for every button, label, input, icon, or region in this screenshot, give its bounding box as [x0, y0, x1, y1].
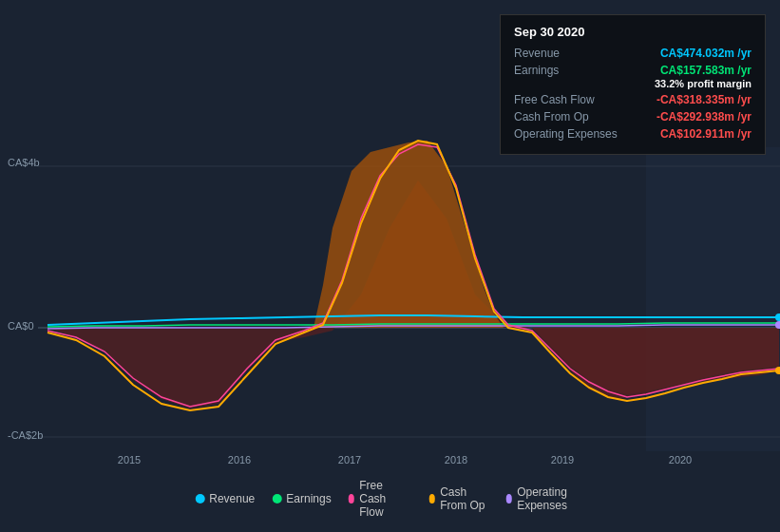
- tooltip-value-earnings: CA$157.583m /yr: [655, 64, 751, 77]
- tooltip-row-opex: Operating Expenses CA$102.911m /yr: [514, 127, 751, 141]
- x-label-2016: 2016: [228, 454, 251, 466]
- y-label-neg2b: -CA$2b: [8, 429, 43, 441]
- legend-label-cashop: Cash From Op: [440, 485, 488, 512]
- tooltip-title: Sep 30 2020: [514, 25, 751, 39]
- tooltip-row-cashop: Cash From Op -CA$292.938m /yr: [514, 110, 751, 124]
- tooltip-label-earnings: Earnings: [514, 64, 637, 77]
- legend-dot-revenue: [195, 494, 204, 504]
- legend-item-fcf[interactable]: Free Cash Flow: [349, 479, 412, 519]
- tooltip-label-opex: Operating Expenses: [514, 127, 637, 141]
- tooltip-label-fcf: Free Cash Flow: [514, 93, 637, 106]
- legend-label-fcf: Free Cash Flow: [359, 479, 411, 519]
- legend-label-revenue: Revenue: [209, 492, 255, 505]
- svg-rect-1: [646, 147, 780, 451]
- tooltip-value-cashop: -CA$292.938m /yr: [656, 110, 751, 124]
- legend-item-cashop[interactable]: Cash From Op: [429, 485, 489, 512]
- x-label-2020: 2020: [669, 454, 692, 466]
- legend-item-revenue[interactable]: Revenue: [195, 492, 255, 505]
- tooltip-value-opex: CA$102.911m /yr: [660, 127, 751, 141]
- legend-dot-fcf: [349, 494, 355, 504]
- tooltip-value-revenue: CA$474.032m /yr: [660, 47, 751, 60]
- tooltip-row-earnings: Earnings CA$157.583m /yr 33.2% profit ma…: [514, 64, 751, 89]
- x-label-2018: 2018: [445, 454, 467, 466]
- tooltip-row-fcf: Free Cash Flow -CA$318.335m /yr: [514, 93, 751, 106]
- legend-item-earnings[interactable]: Earnings: [272, 492, 331, 505]
- tooltip-value-fcf: -CA$318.335m /yr: [656, 93, 751, 106]
- y-label-0: CA$0: [8, 320, 34, 332]
- y-label-4b: CA$4b: [8, 157, 40, 168]
- legend-label-earnings: Earnings: [286, 492, 331, 505]
- tooltip-row-revenue: Revenue CA$474.032m /yr: [514, 47, 751, 60]
- chart-legend: Revenue Earnings Free Cash Flow Cash Fro…: [195, 479, 585, 519]
- x-label-2015: 2015: [118, 454, 141, 466]
- legend-dot-cashop: [429, 494, 436, 504]
- legend-item-opex[interactable]: Operating Expenses: [506, 485, 585, 512]
- data-tooltip: Sep 30 2020 Revenue CA$474.032m /yr Earn…: [500, 14, 766, 155]
- tooltip-margin: 33.2% profit margin: [655, 78, 751, 89]
- legend-dot-opex: [506, 494, 513, 504]
- tooltip-label-cashop: Cash From Op: [514, 110, 637, 124]
- x-label-2019: 2019: [551, 454, 574, 466]
- tooltip-label-revenue: Revenue: [514, 47, 637, 60]
- legend-label-opex: Operating Expenses: [517, 485, 585, 512]
- legend-dot-earnings: [272, 494, 281, 504]
- x-label-2017: 2017: [338, 454, 361, 466]
